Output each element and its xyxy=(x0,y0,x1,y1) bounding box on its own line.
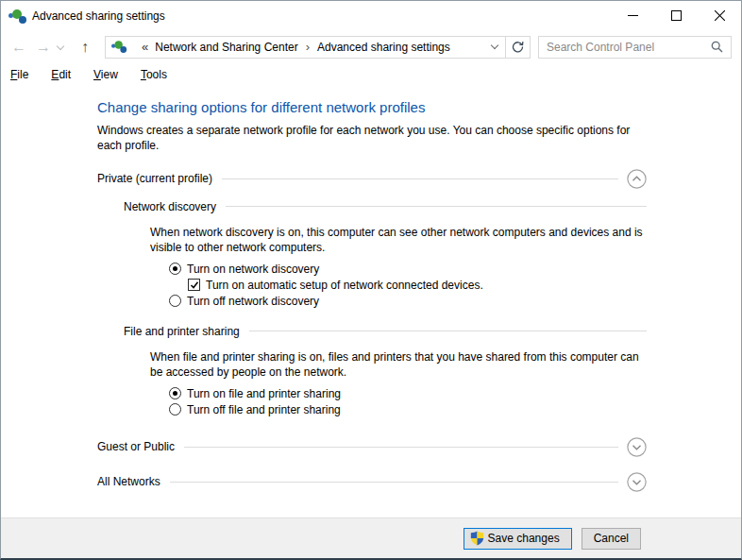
search-box xyxy=(538,36,732,59)
minimize-icon xyxy=(628,10,638,21)
forward-button[interactable]: → xyxy=(31,40,56,55)
radio-unselected-icon xyxy=(169,403,181,416)
address-bar: « Network and Sharing Center › Advanced … xyxy=(105,36,531,59)
back-icon: ← xyxy=(11,39,26,55)
save-changes-label: Save changes xyxy=(488,532,560,545)
refresh-button[interactable] xyxy=(505,37,530,58)
radio-label: Turn off file and printer sharing xyxy=(187,403,341,416)
close-button[interactable] xyxy=(698,1,741,30)
window-controls xyxy=(611,1,741,31)
menu-view[interactable]: View xyxy=(93,68,118,81)
divider xyxy=(184,447,618,448)
cancel-label: Cancel xyxy=(594,532,629,545)
menu-edit[interactable]: Edit xyxy=(51,68,71,81)
file-printer-title: File and printer sharing xyxy=(124,325,240,338)
breadcrumb-item-advanced-sharing-settings[interactable]: Advanced sharing settings xyxy=(317,41,450,54)
subsection-network-discovery: Network discovery xyxy=(124,200,647,213)
radio-turn-on-file-printer-sharing[interactable]: Turn on file and printer sharing xyxy=(169,387,741,400)
forward-icon: → xyxy=(36,39,51,55)
section-all-networks: All Networks xyxy=(97,472,647,492)
up-button[interactable]: ↑ xyxy=(73,40,97,55)
breadcrumb-separator-icon: › xyxy=(305,40,311,54)
chevron-down-icon xyxy=(491,42,498,49)
uac-shield-icon xyxy=(470,531,484,546)
close-icon xyxy=(715,10,725,21)
minimize-button[interactable] xyxy=(611,1,654,30)
advanced-sharing-settings-window: Advanced sharing settings ← → ↑ « Ne xyxy=(0,0,742,560)
titlebar: Advanced sharing settings xyxy=(1,1,741,31)
guest-title: Guest or Public xyxy=(97,440,175,453)
radio-selected-icon xyxy=(169,387,181,399)
navigation-bar: ← → ↑ « Network and Sharing Center › Adv… xyxy=(1,31,741,62)
section-private-title: Private (current profile) xyxy=(97,172,212,185)
radio-selected-icon xyxy=(169,263,181,275)
all-networks-title: All Networks xyxy=(97,475,160,488)
divider xyxy=(222,178,618,179)
network-discovery-options: Turn on network discovery Turn on automa… xyxy=(169,263,741,308)
radio-label: Turn on network discovery xyxy=(187,263,319,276)
save-changes-button[interactable]: Save changes xyxy=(464,528,572,550)
back-button[interactable]: ← xyxy=(7,40,31,55)
page-title: Change sharing options for different net… xyxy=(97,99,741,115)
checkbox-label: Turn on automatic setup of network conne… xyxy=(206,279,483,292)
menu-tools[interactable]: Tools xyxy=(141,68,167,81)
file-printer-description: When file and printer sharing is on, fil… xyxy=(150,349,649,380)
expand-all-networks-button[interactable] xyxy=(627,472,647,492)
radio-label: Turn on file and printer sharing xyxy=(187,387,341,400)
radio-turn-off-file-printer-sharing[interactable]: Turn off file and printer sharing xyxy=(169,403,741,416)
expand-guest-button[interactable] xyxy=(627,437,647,457)
chevron-down-icon xyxy=(57,42,64,49)
search-icon[interactable] xyxy=(711,41,723,53)
collapse-private-button[interactable] xyxy=(627,169,647,189)
main-content: Change sharing options for different net… xyxy=(1,86,741,518)
history-dropdown-button[interactable] xyxy=(56,41,69,54)
network-discovery-description: When network discovery is on, this compu… xyxy=(150,225,649,255)
breadcrumb: « Network and Sharing Center › Advanced … xyxy=(106,37,484,58)
section-private: Private (current profile) xyxy=(97,169,647,189)
search-input[interactable] xyxy=(547,41,711,54)
refresh-icon xyxy=(512,41,524,53)
footer: Save changes Cancel xyxy=(1,518,741,558)
maximize-button[interactable] xyxy=(654,1,698,30)
menu-bar: File Edit View Tools xyxy=(1,62,741,86)
section-guest-or-public: Guest or Public xyxy=(97,437,647,457)
page-description: Windows creates a separate network profi… xyxy=(97,124,633,154)
address-dropdown-button[interactable] xyxy=(484,37,505,58)
divider xyxy=(170,482,618,483)
checkbox-automatic-setup[interactable]: Turn on automatic setup of network conne… xyxy=(188,279,741,292)
network-sharing-icon xyxy=(8,8,26,25)
breadcrumb-item-network-sharing-center[interactable]: Network and Sharing Center xyxy=(155,41,297,54)
breadcrumb-overflow-icon[interactable]: « xyxy=(142,40,148,54)
divider xyxy=(226,206,647,207)
radio-unselected-icon xyxy=(169,295,181,307)
radio-turn-on-network-discovery[interactable]: Turn on network discovery xyxy=(169,263,741,276)
cancel-button[interactable]: Cancel xyxy=(582,528,641,550)
subsection-file-printer-sharing: File and printer sharing xyxy=(124,325,647,338)
checkbox-checked-icon xyxy=(188,279,200,291)
file-printer-options: Turn on file and printer sharing Turn of… xyxy=(169,387,741,416)
network-sharing-icon xyxy=(111,40,126,53)
menu-file[interactable]: File xyxy=(10,68,28,81)
up-icon: ↑ xyxy=(81,39,89,55)
radio-turn-off-network-discovery[interactable]: Turn off network discovery xyxy=(169,295,741,308)
maximize-icon xyxy=(671,10,682,21)
radio-label: Turn off network discovery xyxy=(187,295,319,308)
network-discovery-title: Network discovery xyxy=(124,200,216,213)
window-title: Advanced sharing settings xyxy=(32,9,165,23)
divider xyxy=(249,331,647,331)
